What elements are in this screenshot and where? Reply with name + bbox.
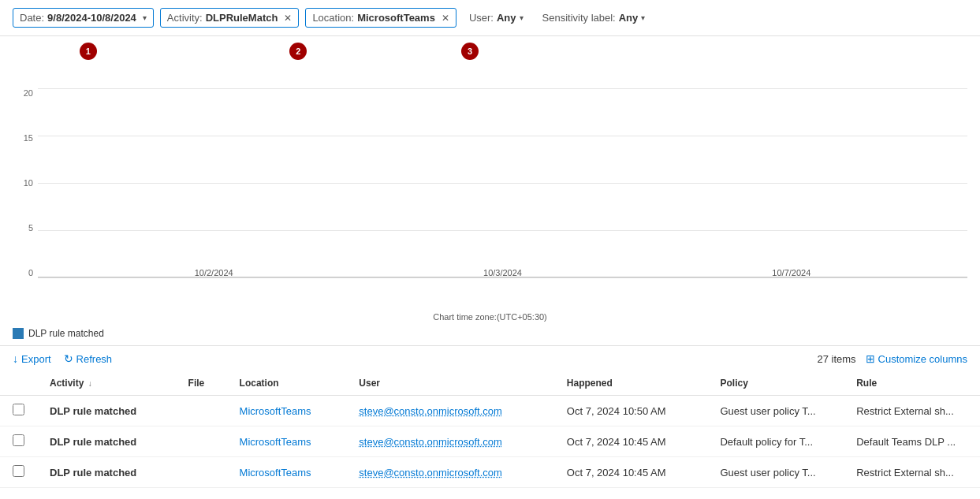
row-file — [176, 426, 227, 457]
sensitivity-filter-label: Sensitivity label: — [542, 12, 616, 24]
bar-group-1: 10/2/2024 — [162, 263, 265, 277]
badge-1: 1 — [80, 43, 97, 60]
table-header-row: Activity ↓ File Location User Happened P… — [0, 371, 980, 396]
bar-group-3: 10/7/2024 — [740, 263, 843, 277]
user-filter-value: Any — [497, 12, 516, 24]
sensitivity-filter[interactable]: Sensitivity label: Any ▾ — [536, 9, 652, 27]
header-user: User — [346, 371, 553, 396]
row-location[interactable]: MicrosoftTeams — [227, 426, 347, 457]
row-checkbox-cell — [0, 457, 37, 488]
row-checkbox-cell — [0, 396, 37, 426]
row-activity: DLP rule matched — [37, 457, 176, 488]
bar-chart: 20 15 10 5 0 10/2/2024 — [13, 88, 967, 309]
header-activity[interactable]: Activity ↓ — [37, 371, 176, 396]
export-label: Export — [21, 353, 51, 365]
activity-filter-label: Activity: — [167, 12, 203, 24]
y-axis: 20 15 10 5 0 — [13, 88, 38, 277]
activity-filter-close-icon[interactable]: ✕ — [284, 13, 292, 24]
header-policy: Policy — [707, 371, 844, 396]
row-user[interactable]: steve@consto.onmicrosoft.com — [346, 396, 553, 426]
grid-line-0 — [38, 277, 967, 278]
row-checkbox[interactable] — [13, 465, 24, 477]
y-label-10: 10 — [24, 178, 33, 188]
toolbar-right: 27 items ⊞ Customize columns — [817, 352, 967, 365]
table-toolbar: ↓ Export ↻ Refresh 27 items ⊞ Customize … — [0, 345, 980, 371]
row-checkbox-cell — [0, 426, 37, 457]
export-button[interactable]: ↓ Export — [13, 352, 51, 365]
user-filter-label: User: — [469, 12, 494, 24]
refresh-button[interactable]: ↻ Refresh — [64, 352, 113, 365]
row-activity: DLP rule matched — [37, 396, 176, 426]
row-checkbox[interactable] — [13, 434, 24, 446]
row-user[interactable]: steve@consto.onmicrosoft.com — [346, 457, 553, 488]
chart-area: 1 2 3 20 15 10 5 0 1 — [0, 43, 980, 322]
location-filter-label: Location: — [312, 12, 354, 24]
badge-2: 2 — [289, 43, 307, 60]
user-filter[interactable]: User: Any ▾ — [463, 9, 530, 27]
y-label-15: 15 — [24, 133, 33, 143]
row-location[interactable]: MicrosoftTeams — [227, 457, 347, 488]
row-rule: Restrict External sh... — [844, 457, 980, 488]
date-filter-value: 9/8/2024-10/8/2024 — [47, 12, 136, 24]
chart-inner: 10/2/2024 10/3/2024 10/7/2024 — [38, 88, 967, 277]
y-label-5: 5 — [28, 223, 33, 233]
bars-area: 10/2/2024 10/3/2024 10/7/2024 — [38, 88, 967, 277]
header-happened: Happened — [554, 371, 708, 396]
activity-sort-icon: ↓ — [88, 379, 92, 388]
row-activity: DLP rule matched — [37, 426, 176, 457]
items-count: 27 items — [817, 353, 855, 365]
date-filter[interactable]: Date: 9/8/2024-10/8/2024 ▾ — [13, 8, 154, 28]
table-row[interactable]: DLP rule matched MicrosoftTeams steve@co… — [0, 426, 980, 457]
row-rule: Default Teams DLP ... — [844, 426, 980, 457]
customize-columns-icon: ⊞ — [866, 352, 875, 365]
chart-subtitle: Chart time zone:(UTC+05:30) — [13, 312, 967, 322]
date-filter-chevron-icon: ▾ — [143, 13, 147, 22]
activity-filter[interactable]: Activity: DLPRuleMatch ✕ — [160, 8, 300, 28]
refresh-label: Refresh — [76, 353, 113, 365]
row-policy: Default policy for T... — [707, 426, 844, 457]
row-file — [176, 457, 227, 488]
legend-box — [13, 328, 24, 339]
y-label-20: 20 — [24, 88, 33, 98]
row-user[interactable]: steve@consto.onmicrosoft.com — [346, 426, 553, 457]
user-filter-chevron-icon: ▾ — [520, 13, 524, 22]
row-rule: Restrict External sh... — [844, 396, 980, 426]
refresh-icon: ↻ — [64, 352, 73, 365]
location-filter[interactable]: Location: MicrosoftTeams ✕ — [305, 8, 456, 28]
sensitivity-filter-chevron-icon: ▾ — [641, 13, 645, 22]
row-location[interactable]: MicrosoftTeams — [227, 396, 347, 426]
location-filter-close-icon[interactable]: ✕ — [442, 13, 449, 24]
row-file — [176, 396, 227, 426]
table-row[interactable]: DLP rule matched MicrosoftTeams steve@co… — [0, 457, 980, 488]
legend-label: DLP rule matched — [28, 328, 104, 339]
x-axis-line — [38, 277, 967, 277]
header-checkbox-col — [0, 371, 37, 396]
chart-legend: DLP rule matched — [13, 328, 967, 339]
row-checkbox[interactable] — [13, 404, 24, 415]
badge-3: 3 — [461, 43, 479, 60]
toolbar-left: ↓ Export ↻ Refresh — [13, 352, 112, 365]
sensitivity-filter-value: Any — [619, 12, 639, 24]
location-filter-value: MicrosoftTeams — [357, 12, 435, 24]
row-happened: Oct 7, 2024 10:50 AM — [554, 396, 708, 426]
filter-bar: Date: 9/8/2024-10/8/2024 ▾ Activity: DLP… — [0, 0, 980, 36]
header-rule: Rule — [844, 371, 980, 396]
date-filter-label: Date: — [20, 12, 44, 24]
table-row[interactable]: DLP rule matched MicrosoftTeams steve@co… — [0, 396, 980, 426]
data-table: Activity ↓ File Location User Happened P… — [0, 371, 980, 488]
activity-filter-value: DLPRuleMatch — [206, 12, 278, 24]
header-file: File — [176, 371, 227, 396]
customize-columns-label: Customize columns — [878, 353, 967, 365]
bar-group-2: 10/3/2024 — [451, 263, 553, 277]
row-happened: Oct 7, 2024 10:45 AM — [554, 426, 708, 457]
y-label-0: 0 — [28, 268, 33, 277]
row-policy: Guest user policy T... — [707, 457, 844, 488]
row-happened: Oct 7, 2024 10:45 AM — [554, 457, 708, 488]
export-icon: ↓ — [13, 352, 18, 365]
header-location: Location — [227, 371, 347, 396]
row-policy: Guest user policy T... — [707, 396, 844, 426]
customize-columns-button[interactable]: ⊞ Customize columns — [866, 352, 967, 365]
